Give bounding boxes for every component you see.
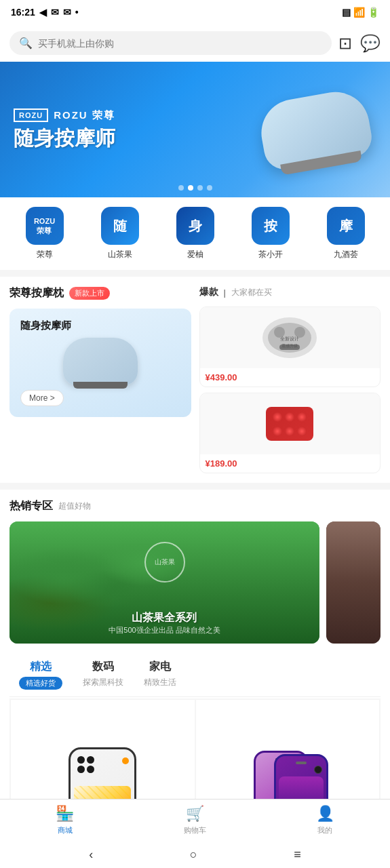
category-label-shanchaguo: 山茶果 [108, 249, 132, 260]
product-price-back: ¥189.00 [200, 454, 381, 473]
store-icon: 🏪 [56, 805, 74, 823]
tab-digital-label: 数码 [92, 660, 114, 674]
massage-section: 荣尊按摩枕 新款上市 随身按摩师 More > 爆款 | 大家都在买 [0, 277, 390, 483]
hot-section-divider: | [224, 288, 226, 298]
search-icon: 🔍 [19, 37, 33, 50]
more-button[interactable]: More > [20, 390, 64, 406]
massage-dot-6 [297, 427, 307, 436]
status-left: 16:21 ◀ ✉ ✉ • [11, 7, 79, 18]
side-banner-bg [326, 521, 381, 644]
category-icon-shanchaguo: 随 [101, 207, 139, 245]
category-item-chaxiaokai[interactable]: 按 茶小开 [233, 207, 308, 260]
massage-dot-3 [297, 412, 307, 422]
dot-1[interactable] [188, 185, 193, 191]
neck-massager-svg: 全新设计 震感升级 [259, 311, 320, 365]
dot-2[interactable] [197, 185, 203, 191]
search-input-wrap[interactable]: 🔍 [9, 31, 332, 55]
nav-store[interactable]: 🏪 商城 [0, 805, 130, 835]
hot-subtitle: 超值好物 [58, 500, 91, 512]
category-row: ROZU荣尊 荣尊 随 山茶果 身 爱柚 按 茶小开 摩 九酒荟 [0, 197, 390, 270]
product-img-back [200, 393, 381, 454]
search-input[interactable] [38, 38, 322, 49]
hero-banner[interactable]: ROZU ROZU 荣尊 随身按摩师 [0, 62, 390, 197]
tab-digital-sublabel: 探索黑科技 [83, 677, 123, 688]
svg-text:震感升级: 震感升级 [281, 344, 298, 348]
signal-icon: 📶 [353, 7, 365, 18]
category-icon-jiujiuhui: 摩 [327, 207, 365, 245]
category-label-chaxiaokai: 茶小开 [258, 249, 283, 260]
tab-selected[interactable]: 精选 精选好货 [19, 660, 62, 690]
product-card-back[interactable]: ¥189.00 [199, 393, 381, 473]
category-item-shanchaguo[interactable]: 随 山茶果 [82, 207, 157, 260]
hot-section-header: 爆款 | 大家都在买 [199, 286, 381, 298]
battery-icon: 🔋 [368, 7, 379, 18]
product-img-neck: 全新设计 震感升级 [200, 307, 381, 368]
massage-section-title: 荣尊按摩枕 [9, 286, 64, 300]
dot-3[interactable] [207, 185, 212, 191]
category-item-jiujiuhui[interactable]: 摩 九酒荟 [308, 207, 383, 260]
category-icon-rongzun: ROZU荣尊 [26, 207, 64, 245]
wifi-icon: ▤ [342, 7, 351, 18]
massage-dot-5 [285, 427, 294, 436]
left-col: 荣尊按摩枕 新款上市 随身按摩师 More > [9, 286, 191, 473]
banner-dots [178, 185, 212, 191]
dot-icon: • [75, 7, 79, 18]
status-right: ▤ 📶 🔋 [342, 7, 379, 18]
tea-logo: 山茶果 [144, 542, 185, 583]
tab-appliances[interactable]: 家电 精致生活 [144, 660, 176, 690]
product-card-neck[interactable]: 全新设计 震感升级 ¥439.00 [199, 307, 381, 387]
cart-label: 购物车 [184, 825, 206, 835]
hot-header: 热销专区 超值好物 [9, 499, 381, 513]
nav-profile[interactable]: 👤 我的 [260, 805, 390, 835]
category-label-aiyou: 爱柚 [187, 249, 203, 260]
product-price-neck: ¥439.00 [200, 368, 381, 387]
massage-section-badge: 新款上市 [69, 287, 110, 300]
hot-banner-area: 山茶果 山茶果全系列 中国500强企业出品 品味自然之美 [9, 521, 381, 644]
location-icon: ◀ [39, 7, 47, 18]
back-massager-illustration [266, 407, 313, 441]
nav-cart[interactable]: 🛒 购物车 [130, 805, 260, 835]
time-display: 16:21 [11, 7, 35, 18]
home-button[interactable]: ○ [190, 848, 197, 862]
tab-selected-badge: 精选好货 [19, 677, 62, 690]
banner-brand: ROZU ROZU 荣尊 [14, 108, 376, 122]
tea-banner-title: 山茶果全系列 [109, 611, 220, 625]
massage-section-header: 荣尊按摩枕 新款上市 [9, 286, 191, 300]
banner-title: 随身按摩师 [14, 126, 376, 151]
status-bar: 16:21 ◀ ✉ ✉ • ▤ 📶 🔋 [0, 0, 390, 24]
massage-dot-4 [273, 427, 282, 436]
search-bar: 🔍 ⊡ 💬 [0, 24, 390, 62]
category-icon-aiyou: 身 [176, 207, 214, 245]
tab-digital[interactable]: 数码 探索黑科技 [83, 660, 123, 690]
category-label-jiujiuhui: 九酒荟 [334, 249, 358, 260]
back-button[interactable]: ‹ [89, 848, 93, 862]
mail2-icon: ✉ [63, 7, 71, 18]
hot-banner-side[interactable] [326, 521, 381, 644]
category-item-rongzun[interactable]: ROZU荣尊 荣尊 [7, 207, 82, 260]
profile-label: 我的 [317, 825, 332, 835]
massage-pillow-mini [63, 338, 138, 385]
profile-icon: 👤 [316, 805, 334, 823]
category-icon-chaxiaokai: 按 [252, 207, 290, 245]
hot-title: 热销专区 [9, 499, 53, 513]
phone-notch-front [296, 762, 307, 764]
cart-icon: 🛒 [186, 805, 204, 823]
tab-appliances-label: 家电 [149, 660, 171, 674]
category-item-aiyou[interactable]: 身 爱柚 [157, 207, 233, 260]
right-product-list: 全新设计 震感升级 ¥439.00 [199, 307, 381, 473]
big-card-title: 随身按摩师 [20, 319, 71, 332]
tea-banner[interactable]: 山茶果 山茶果全系列 中国500强企业出品 品味自然之美 [9, 521, 319, 644]
banner-text: ROZU ROZU 荣尊 随身按摩师 [14, 108, 376, 151]
flash-dot [122, 757, 129, 764]
scan-icon[interactable]: ⊡ [338, 34, 352, 53]
store-label: 商城 [58, 825, 73, 835]
bottom-navigation: 🏪 商城 🛒 购物车 👤 我的 [0, 799, 390, 841]
right-col: 爆款 | 大家都在买 [199, 286, 381, 473]
quad-camera-1 [77, 756, 95, 774]
massage-big-card[interactable]: 随身按摩师 More > [9, 309, 191, 417]
search-action-icons: ⊡ 💬 [338, 34, 381, 53]
message-icon[interactable]: 💬 [360, 34, 381, 53]
brand-name: ROZU 荣尊 [54, 109, 115, 122]
menu-button[interactable]: ≡ [294, 848, 301, 862]
dot-0[interactable] [178, 185, 184, 191]
